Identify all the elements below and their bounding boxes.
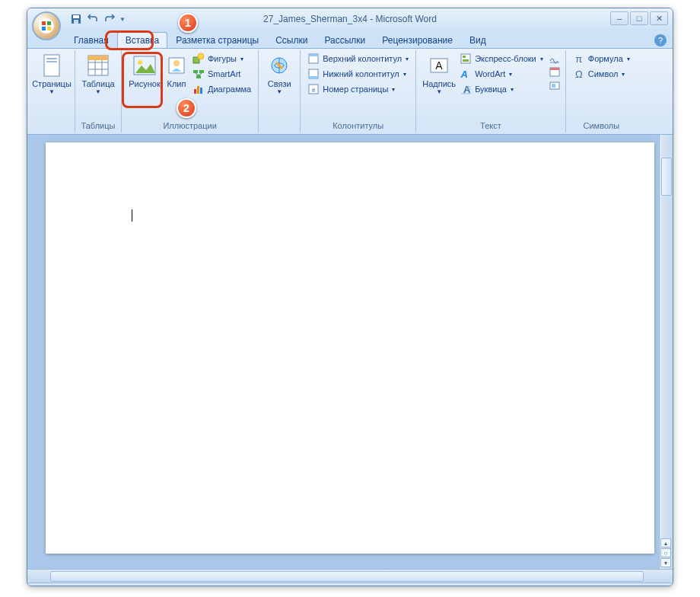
chevron-down-icon: ▾	[403, 71, 406, 78]
page-number-icon: #	[307, 83, 320, 95]
group-pages: Страницы ▼	[29, 50, 75, 132]
tab-home[interactable]: Главная	[65, 32, 117, 48]
tab-insert[interactable]: Вставка	[117, 32, 168, 48]
tab-references[interactable]: Ссылки	[267, 32, 316, 48]
save-icon	[71, 14, 81, 24]
symbol-button[interactable]: Ω Символ▾	[571, 67, 632, 81]
shapes-button[interactable]: Фигуры▾	[190, 52, 253, 65]
textbox-button[interactable]: A Надпись ▼	[421, 52, 457, 97]
tab-page-layout[interactable]: Разметка страницы	[167, 32, 267, 48]
svg-rect-24	[194, 89, 196, 94]
prev-page-button[interactable]: ▴	[660, 538, 671, 548]
undo-icon	[88, 14, 98, 24]
separator	[196, 586, 196, 587]
group-tables: Таблица ▼ Таблицы	[75, 50, 122, 132]
date-time-button[interactable]	[549, 65, 561, 78]
tab-view[interactable]: Вид	[461, 32, 495, 48]
clip-button[interactable]: Клип	[163, 52, 190, 90]
object-button[interactable]	[549, 79, 561, 91]
chevron-down-icon: ▾	[511, 86, 514, 93]
tab-mailings[interactable]: Рассылки	[316, 32, 374, 48]
chevron-down-icon: ▾	[627, 56, 630, 62]
wordart-button[interactable]: A WordArt▾	[457, 67, 546, 81]
undo-button[interactable]	[85, 11, 100, 27]
redo-button[interactable]	[102, 11, 117, 27]
page-icon	[40, 53, 64, 78]
document-page[interactable]	[46, 142, 654, 554]
web-layout-view-button[interactable]	[490, 586, 504, 587]
document-area: ▴ ○ ▾	[27, 135, 673, 569]
text-cursor	[132, 209, 132, 222]
signature-line-button[interactable]	[549, 52, 561, 64]
help-icon: ?	[658, 36, 663, 45]
quick-parts-button[interactable]: Экспресс-блоки▾	[457, 52, 546, 65]
minimize-button[interactable]: –	[610, 11, 628, 25]
ribbon: Страницы ▼ Таблица ▼ Таблицы Рисунок	[27, 48, 673, 135]
svg-rect-30	[309, 54, 318, 56]
spellcheck-icon[interactable]	[202, 586, 213, 587]
equation-button[interactable]: π Формула▾	[571, 52, 632, 65]
full-screen-view-button[interactable]	[473, 586, 487, 587]
smartart-button[interactable]: SmartArt	[190, 67, 253, 81]
links-button[interactable]: Связи ▼	[263, 52, 295, 97]
outline-view-button[interactable]	[507, 586, 520, 587]
wordart-icon: A	[460, 68, 472, 80]
print-layout-view-button[interactable]	[457, 586, 470, 587]
zoom-out-button[interactable]: −	[565, 586, 575, 587]
window-controls: – □ ✕	[610, 11, 668, 25]
equation-icon: π	[573, 53, 585, 65]
draft-view-button[interactable]	[523, 586, 537, 587]
signature-icon	[549, 52, 561, 64]
chevron-down-icon: ▼	[119, 16, 126, 23]
table-icon	[86, 53, 110, 78]
vertical-scrollbar[interactable]: ▴ ○ ▾	[659, 135, 673, 569]
redo-icon	[104, 14, 115, 24]
chevron-down-icon: ▼	[436, 88, 442, 95]
svg-rect-5	[46, 58, 57, 59]
scrollbar-thumb[interactable]	[661, 158, 672, 196]
svg-point-0	[39, 18, 54, 34]
browse-object-button[interactable]: ○	[660, 548, 671, 557]
svg-text:A: A	[460, 69, 470, 80]
svg-rect-21	[196, 75, 201, 78]
svg-rect-25	[197, 86, 199, 94]
svg-rect-38	[463, 56, 466, 58]
smartart-icon	[192, 68, 205, 80]
ribbon-tabs: Главная Вставка Разметка страницы Ссылки…	[27, 30, 673, 48]
maximize-button[interactable]: □	[630, 11, 648, 25]
symbol-icon: Ω	[573, 68, 585, 80]
footer-button[interactable]: Нижний колонтитул▾	[305, 67, 411, 81]
pages-button[interactable]: Страницы ▼	[33, 52, 70, 97]
office-button[interactable]	[32, 11, 61, 40]
tab-review[interactable]: Рецензирование	[374, 32, 461, 48]
header-button[interactable]: Верхний колонтитул▾	[305, 52, 411, 65]
svg-point-18	[198, 53, 204, 59]
zoom-in-button[interactable]: +	[657, 586, 668, 587]
group-header-footer: Верхний колонтитул▾ Нижний колонтитул▾ #…	[301, 50, 416, 132]
group-links: Связи ▼	[259, 50, 301, 132]
browse-buttons: ▴ ○ ▾	[660, 538, 671, 567]
group-text: A Надпись ▼ Экспресс-блоки▾ A WordArt▾ A	[416, 50, 566, 132]
horizontal-scrollbar[interactable]	[27, 569, 673, 583]
svg-rect-19	[193, 70, 198, 73]
svg-rect-3	[74, 20, 78, 24]
chart-button[interactable]: Диаграмма	[190, 82, 253, 96]
svg-rect-12	[88, 56, 108, 60]
statusbar: Страница: 1 из 224 Число слов: 3 955 Анг…	[27, 583, 673, 586]
chevron-down-icon: ▾	[622, 71, 625, 78]
dropcap-button[interactable]: A Буквица▾	[457, 82, 546, 96]
next-page-button[interactable]: ▾	[660, 558, 671, 567]
group-illustrations: Рисунок Клип Фигуры▾ SmartArt	[122, 50, 259, 132]
maximize-icon: □	[637, 14, 642, 23]
svg-point-14	[138, 60, 142, 65]
close-button[interactable]: ✕	[650, 11, 668, 25]
scrollbar-thumb[interactable]	[50, 571, 644, 582]
svg-line-23	[199, 73, 202, 75]
help-button[interactable]: ?	[654, 34, 667, 46]
picture-button[interactable]: Рисунок	[126, 52, 163, 90]
page-number-button[interactable]: # Номер страницы▾	[305, 82, 411, 96]
quick-access-toolbar: ▼	[68, 11, 126, 27]
qat-customize-button[interactable]: ▼	[119, 11, 126, 27]
save-button[interactable]	[68, 11, 84, 27]
table-button[interactable]: Таблица ▼	[80, 52, 116, 97]
